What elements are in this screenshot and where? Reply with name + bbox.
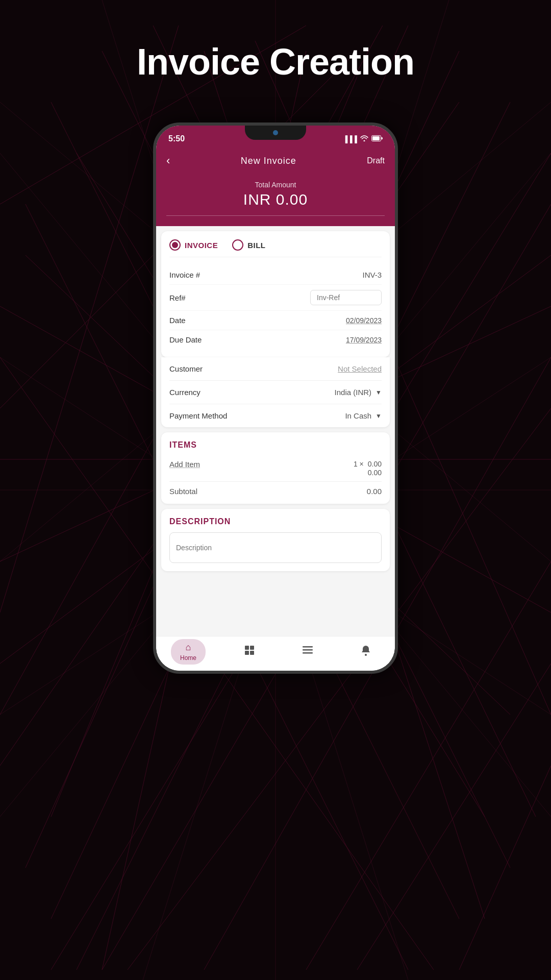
currency-value: India (INR) [335,388,372,397]
currency-label: Currency [169,388,201,397]
total-section: Total Amount INR 0.00 [156,176,395,226]
item-price-2: 0.00 [368,469,382,477]
bill-toggle-option[interactable]: BILL [232,239,265,251]
svg-rect-42 [372,136,380,140]
payment-method-dropdown[interactable]: In Cash ▼ [345,411,382,420]
phone-screen: 5:50 ▐▐▐ [156,126,395,671]
ref-row: Ref# [169,285,382,311]
items-card: ITEMS Add Item 1 × 0.00 0.00 Subtot [161,432,390,504]
invoice-radio-fill [172,242,178,248]
power-button [395,228,397,258]
currency-arrow-icon: ▼ [375,389,382,396]
status-icons: ▐▐▐ [343,135,383,143]
svg-rect-49 [303,652,313,654]
page-title: Invoice Creation [0,41,551,83]
bill-radio[interactable] [232,239,243,251]
date-value[interactable]: 02/09/2023 [346,316,382,325]
app-header: ‹ New Invoice Draft [156,148,395,176]
battery-icon [371,135,383,143]
signal-icon: ▐▐▐ [343,135,357,143]
svg-rect-48 [303,649,313,651]
date-row: Date 02/09/2023 [169,311,382,330]
notch [245,126,306,140]
payment-method-arrow-icon: ▼ [375,412,382,420]
ref-input[interactable] [310,290,382,305]
customer-value[interactable]: Not Selected [338,364,382,373]
date-label: Date [169,316,186,325]
customer-label: Customer [169,364,203,373]
nav-list[interactable] [293,643,322,660]
item-quantity: 1 × [354,460,364,468]
add-item-button[interactable]: Add Item [169,460,200,469]
svg-rect-46 [250,651,254,655]
svg-rect-43 [245,646,249,650]
home-icon: ⌂ [186,642,191,653]
svg-rect-45 [245,651,249,655]
items-header: ITEMS [169,440,382,450]
wifi-icon [360,135,368,143]
list-icon [303,646,313,657]
invoice-number-value: INV-3 [362,271,382,279]
invoice-number-row: Invoice # INV-3 [169,265,382,285]
invoice-bill-toggle: INVOICE BILL [169,239,382,257]
customer-settings-card: Customer Not Selected Currency India (IN… [161,357,390,427]
total-label: Total Amount [166,181,385,189]
item-row: Add Item 1 × 0.00 0.00 [169,456,382,482]
home-label: Home [180,654,196,662]
svg-rect-44 [250,646,254,650]
description-header: DESCRIPTION [169,517,382,526]
bill-label: BILL [247,241,265,250]
svg-rect-47 [303,646,313,648]
status-time: 5:50 [168,134,185,143]
draft-label: Draft [367,156,385,165]
camera [273,130,278,135]
payment-method-row[interactable]: Payment Method In Cash ▼ [169,404,382,427]
description-input[interactable] [169,532,382,563]
payment-method-label: Payment Method [169,411,227,420]
subtotal-label: Subtotal [169,487,197,496]
total-divider [166,215,385,216]
payment-method-value: In Cash [345,411,371,420]
back-button[interactable]: ‹ [166,154,170,167]
total-amount: INR 0.00 [166,191,385,208]
svg-point-50 [365,654,367,656]
currency-dropdown[interactable]: India (INR) ▼ [335,388,382,397]
invoice-number-label: Invoice # [169,271,200,279]
invoice-form-card: INVOICE BILL Invoice # INV-3 Ref# [161,231,390,357]
item-qty-price: 1 × 0.00 0.00 [354,460,382,477]
nav-grid[interactable] [235,642,264,661]
ref-label: Ref# [169,293,186,302]
phone-frame: 5:50 ▐▐▐ [153,122,398,674]
due-date-row: Due Date 17/09/2023 [169,330,382,349]
customer-row[interactable]: Customer Not Selected [169,357,382,381]
bell-icon [361,645,371,658]
invoice-radio[interactable] [169,239,181,251]
header-title: New Invoice [241,156,296,166]
description-card: DESCRIPTION [161,509,390,571]
nav-home[interactable]: ⌂ Home [171,639,206,665]
grid-icon [244,645,255,658]
item-price-1: 0.00 [368,460,382,468]
subtotal-value: 0.00 [367,487,382,496]
subtotal-row: Subtotal 0.00 [169,482,382,496]
invoice-label: INVOICE [185,241,218,250]
due-date-label: Due Date [169,335,202,344]
currency-row[interactable]: Currency India (INR) ▼ [169,381,382,404]
bottom-nav: ⌂ Home [156,636,395,671]
nav-bell[interactable] [352,642,380,662]
invoice-toggle-option[interactable]: INVOICE [169,239,218,251]
content-area[interactable]: INVOICE BILL Invoice # INV-3 Ref# [156,226,395,639]
due-date-value[interactable]: 17/09/2023 [346,336,382,344]
